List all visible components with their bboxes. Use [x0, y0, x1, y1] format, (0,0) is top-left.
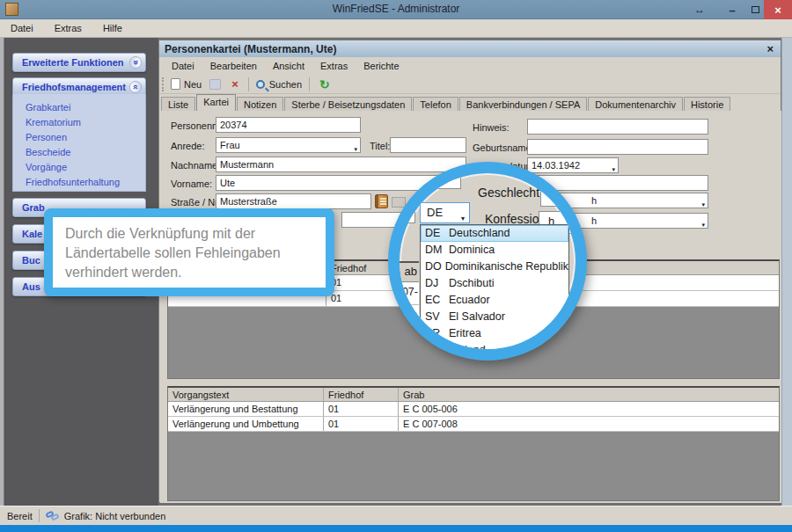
child-close-button[interactable]: × — [766, 42, 774, 55]
resize-icon: ↔ — [694, 4, 705, 16]
new-document-icon — [171, 78, 180, 90]
country-name: Deutschland — [449, 225, 510, 242]
sidebar-edge — [0, 38, 4, 506]
section-label: Grab — [22, 202, 45, 213]
child-window-header[interactable]: Personenkartei (Mustermann, Ute) × — [159, 40, 781, 57]
geburtsdatum-value: 14.03.1942 — [532, 160, 580, 171]
minimize-button[interactable]: – — [722, 0, 743, 19]
child-menu-bearbeiten[interactable]: Bearbeiten — [210, 61, 257, 71]
sidebar-item-vorgaenge[interactable]: Vorgänge — [13, 160, 145, 175]
child-menu-datei[interactable]: Datei — [172, 61, 194, 71]
titel-label: Titel: — [370, 141, 390, 151]
child-menu-berichte[interactable]: Berichte — [363, 61, 399, 71]
minimize-icon: – — [729, 4, 735, 17]
maximize-button[interactable] — [744, 0, 766, 19]
anrede-select[interactable]: Frau▾ — [216, 137, 361, 153]
tab-bankverbindungen-sepa[interactable]: Bankverbindungen / SEPA — [459, 97, 587, 111]
strasse-field[interactable]: Musterstraße — [216, 193, 371, 209]
grab-cell: E C 005-006 — [399, 402, 779, 416]
hinweis-field[interactable] — [527, 119, 708, 135]
section-label: Friedhofsmanagement — [22, 82, 126, 92]
search-icon — [256, 80, 265, 89]
friedhof-header: Friedhof — [324, 388, 399, 401]
country-option-dm[interactable]: DMDominica — [421, 242, 568, 259]
child-menu-extras[interactable]: Extras — [320, 61, 348, 71]
geburtsdatum-select[interactable]: 14.03.1942▾ — [527, 157, 619, 173]
section-label: Erweiterte Funktionen — [22, 57, 124, 68]
chevron-glyph: » — [127, 84, 144, 90]
sidebar-section-erweiterte-funktionen[interactable]: Erweiterte Funktionen » — [12, 53, 146, 72]
chevron-up-icon[interactable]: » — [129, 81, 142, 93]
country-name: Dschibuti — [449, 275, 494, 292]
title-bar: WinFriedSE - Administrator ↔ – × — [0, 0, 792, 19]
country-name: Ecuador — [449, 292, 490, 309]
section-label: Buc — [22, 255, 40, 266]
geschlecht-value-fragment: h — [591, 195, 597, 206]
geburtsname-field[interactable] — [527, 139, 708, 155]
new-button[interactable]: Neu — [171, 78, 202, 90]
country-option-do[interactable]: DODominikanische Republik — [421, 259, 568, 275]
section-label: Aus — [22, 281, 40, 292]
resize-button[interactable]: ↔ — [688, 0, 711, 19]
tab-notizen[interactable]: Notizen — [237, 97, 283, 111]
menu-item-datei[interactable]: Datei — [11, 23, 33, 33]
right-frame-strip — [781, 38, 792, 506]
sidebar-panel-friedhofsmanagement: Grabkartei Krematorium Personen Bescheid… — [12, 94, 146, 192]
tab-dokumentenarchiv[interactable]: Dokumentenarchiv — [588, 97, 683, 111]
sidebar-item-krematorium[interactable]: Krematorium — [13, 115, 145, 130]
save-icon[interactable] — [209, 79, 221, 90]
search-label: Suchen — [269, 79, 302, 90]
vorgang-table: Vorgangstext Friedhof Grab Verlängerung … — [167, 386, 780, 501]
sidebar-item-friedhofsunterhaltung[interactable]: Friedhofsunterhaltung — [13, 175, 145, 190]
refresh-icon[interactable]: ↻ — [319, 77, 330, 91]
vorname-label: Vorname: — [171, 179, 212, 189]
titel-field[interactable] — [390, 137, 466, 153]
new-label: Neu — [184, 79, 202, 90]
window-bottom-frame — [0, 525, 792, 532]
link-icon — [46, 512, 60, 521]
country-option-de[interactable]: DEDeutschland — [421, 225, 568, 242]
tab-strip: Liste Kartei Notizen Sterbe / Beisetzung… — [161, 95, 779, 111]
nachname-label: Nachname: — [171, 160, 220, 171]
country-option-dj[interactable]: DJDschibuti — [421, 275, 568, 292]
friedhof-cell: 01 — [324, 417, 399, 431]
konfession-value-fragment: h — [591, 215, 597, 226]
sidebar-item-bescheide[interactable]: Bescheide — [13, 145, 145, 160]
tab-kartei[interactable]: Kartei — [196, 94, 236, 111]
tab-telefon[interactable]: Telefon — [413, 97, 458, 111]
tab-liste[interactable]: Liste — [161, 97, 195, 111]
tab-historie[interactable]: Historie — [684, 97, 730, 111]
menu-item-hilfe[interactable]: Hilfe — [103, 23, 122, 33]
search-button[interactable]: Suchen — [256, 79, 302, 90]
table-row[interactable]: Verlängerung und Umbettung 01 E C 007-00… — [168, 417, 779, 432]
address-book-icon[interactable] — [375, 194, 388, 208]
toolbar-separator — [309, 77, 310, 91]
sidebar-item-personen[interactable]: Personen — [13, 130, 145, 145]
table-row[interactable]: Verlängerung und Bestattung 01 E C 005-0… — [168, 402, 779, 417]
country-option-sv[interactable]: SVEl Salvador — [421, 309, 568, 325]
nachname-field[interactable]: Mustermann — [216, 157, 466, 172]
country-option-ec[interactable]: ECEcuador — [421, 292, 568, 309]
vorgang-table-header: Vorgangstext Friedhof Grab — [168, 388, 779, 402]
country-name: Eritrea — [449, 325, 481, 342]
section-label: Kale — [22, 229, 42, 239]
geschlecht-label: Geschlecht: — [478, 186, 543, 200]
personennr-field[interactable]: 20374 — [216, 117, 361, 133]
country-option-er[interactable]: EREritrea — [421, 325, 568, 342]
child-menu-ansicht[interactable]: Ansicht — [273, 61, 304, 71]
main-menu-bar: Datei Extras Hilfe — [0, 19, 792, 38]
callout-text: Durch die Verknüpfung mit der Ländertabe… — [65, 224, 317, 282]
country-code: EC — [421, 292, 449, 309]
menu-item-extras[interactable]: Extras — [55, 23, 82, 33]
sidebar-item-grabkartei[interactable]: Grabkartei — [13, 100, 145, 115]
country-code: DE — [421, 225, 449, 242]
delete-icon[interactable]: × — [231, 77, 238, 91]
country-name: Dominikanische Republik — [445, 259, 568, 275]
callout-bubble: Durch die Verknüpfung mit der Ländertabe… — [44, 208, 334, 296]
tab-sterbe-beisetzungsdaten[interactable]: Sterbe / Beisetzungsdaten — [284, 97, 412, 111]
land-combo[interactable]: DE▾ — [420, 202, 470, 223]
chevron-down-icon[interactable]: » — [129, 56, 142, 69]
vorgangstext-cell: Verlängerung und Umbettung — [168, 417, 324, 431]
close-button[interactable]: × — [764, 0, 792, 19]
toolbar-grip — [162, 77, 165, 91]
